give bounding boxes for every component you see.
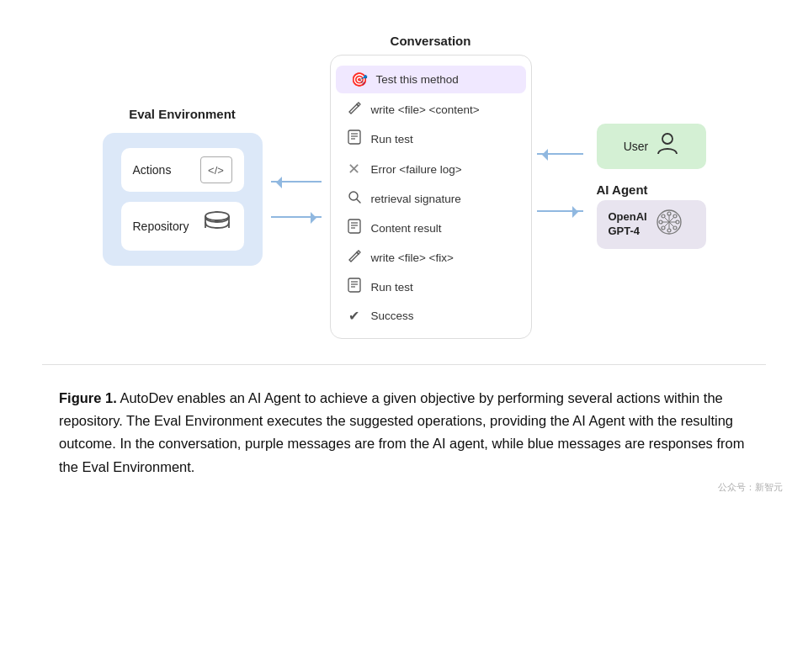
success-icon: ✔ — [346, 308, 363, 324]
svg-point-23 — [662, 226, 665, 230]
conv-item-2: Run test — [331, 124, 531, 154]
write-icon-1 — [346, 101, 363, 118]
figure-caption: Figure 1. AutoDev enables an AI Agent to… — [34, 378, 774, 495]
arrow-to-right — [271, 216, 322, 218]
svg-point-15 — [662, 134, 672, 144]
conversation-label: Conversation — [391, 34, 471, 48]
search-icon — [346, 190, 363, 207]
section-divider — [42, 364, 766, 365]
conv-text-1: write <file> <content> — [371, 103, 480, 116]
conversation-box: 🎯 Test this method write <file> <content… — [330, 55, 532, 339]
person-icon — [656, 132, 678, 161]
network-icon — [656, 209, 683, 241]
ai-agent-column: User AI Agent OpenAI GPT-4 — [597, 124, 706, 249]
user-box: User — [597, 124, 706, 169]
conv-item-3: ✕ Error <failure log> — [331, 154, 531, 184]
conv-item-4: retrieval signature — [331, 184, 531, 213]
database-icon — [202, 210, 232, 242]
watermark: 公众号：新智元 — [718, 481, 783, 494]
error-icon: ✕ — [346, 160, 363, 178]
left-arrows — [271, 181, 322, 218]
target-icon: 🎯 — [351, 71, 368, 87]
svg-point-22 — [673, 214, 677, 218]
conv-item-6: write <file> <fix> — [331, 243, 531, 272]
conv-text-3: Error <failure log> — [371, 163, 462, 176]
code-icon: </> — [200, 156, 232, 183]
svg-point-0 — [205, 212, 229, 220]
repository-label: Repository — [133, 220, 189, 233]
conv-item-8: ✔ Success — [331, 302, 531, 330]
svg-point-19 — [659, 220, 662, 224]
figure-label: Figure 1. — [59, 390, 117, 405]
svg-line-6 — [357, 199, 360, 203]
svg-rect-7 — [348, 220, 360, 233]
write-icon-2 — [346, 249, 363, 266]
gpt4-label: GPT-4 — [609, 225, 647, 239]
content-icon — [346, 219, 363, 237]
conv-text-7: Run test — [371, 281, 413, 294]
right-arrows — [537, 187, 583, 212]
svg-point-21 — [662, 214, 665, 218]
conv-item-7: Run test — [331, 272, 531, 302]
svg-rect-11 — [348, 278, 360, 292]
arrow-left-icon — [271, 181, 322, 183]
eval-env-label: Eval Environment — [129, 107, 236, 121]
arrow-to-left — [271, 181, 322, 183]
conv-item-5: Content result — [331, 213, 531, 243]
svg-point-17 — [667, 212, 671, 215]
conv-text-6: write <file> <fix> — [371, 251, 454, 264]
eval-env-box: Actions </> Repository — [103, 133, 263, 266]
user-label: User — [624, 140, 649, 153]
actions-label: Actions — [133, 163, 172, 177]
svg-point-5 — [349, 192, 358, 200]
svg-point-18 — [667, 229, 671, 232]
conversation-column: Conversation 🎯 Test this method write <f… — [330, 34, 532, 339]
conv-item-1: write <file> <content> — [331, 95, 531, 124]
conv-text-8: Success — [371, 310, 414, 322]
conv-text-0: Test this method — [376, 73, 459, 86]
run-icon-1 — [346, 130, 363, 148]
actions-item: Actions </> — [121, 148, 244, 192]
conv-text-5: Content result — [371, 222, 442, 235]
conv-text-2: Run test — [371, 133, 413, 146]
arrow-right-icon — [271, 216, 322, 218]
eval-environment: Eval Environment Actions </> Repository — [103, 107, 263, 266]
svg-point-24 — [673, 226, 677, 230]
svg-point-20 — [676, 220, 679, 224]
repository-item: Repository — [121, 202, 244, 251]
caption-text: AutoDev enables an AI Agent to achieve a… — [59, 390, 744, 474]
conv-item-0: 🎯 Test this method — [336, 66, 526, 93]
conv-text-4: retrieval signature — [371, 193, 461, 205]
svg-rect-1 — [348, 130, 360, 144]
run-icon-2 — [346, 278, 363, 296]
ai-agent-label: AI Agent — [597, 183, 706, 197]
openai-label: OpenAI — [609, 210, 647, 225]
openai-box: OpenAI GPT-4 — [597, 200, 706, 249]
diagram-area: Eval Environment Actions </> Repository — [17, 17, 791, 364]
